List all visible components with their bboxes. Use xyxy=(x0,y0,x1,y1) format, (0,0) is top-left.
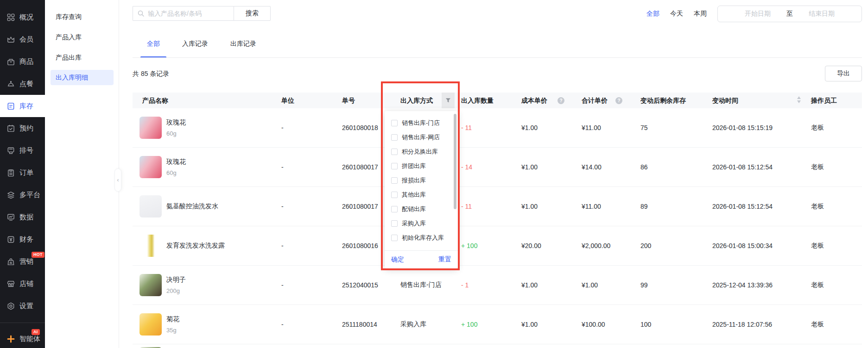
date-range-picker[interactable]: 开始日期 至 结束日期 xyxy=(717,6,862,22)
order-no-cell: 2601080017 xyxy=(342,203,378,210)
marketing-bag-icon xyxy=(6,257,15,266)
product-image xyxy=(139,274,162,296)
sidebar-item-label: 预约 xyxy=(19,124,33,133)
filter-option-1[interactable]: 销售出库-网店 xyxy=(385,130,458,144)
tab-1[interactable]: 入库记录 xyxy=(176,40,215,58)
time-cell: 2026-01-08 15:12:54 xyxy=(712,203,773,210)
checkbox[interactable] xyxy=(391,134,398,141)
filter-option-label: 销售出库-网店 xyxy=(402,133,440,142)
quick-filter-all[interactable]: 全部 xyxy=(646,10,659,18)
sidebar-item-0[interactable]: 概况 xyxy=(0,6,45,28)
sidebar-item-8[interactable]: 多平台 xyxy=(0,184,45,206)
sidebar-item-label: 财务 xyxy=(19,235,33,244)
filter-option-6[interactable]: 配销出库 xyxy=(385,202,458,216)
checkbox[interactable] xyxy=(391,120,398,126)
cost-cell: ¥1.00 xyxy=(521,163,538,171)
sidebar-item-1[interactable]: 会员 xyxy=(0,28,45,50)
dropdown-footer: 确定 重置 xyxy=(385,250,458,268)
product-name: 决明子 xyxy=(166,276,186,284)
filter-option-8[interactable]: 初始化库存入库 xyxy=(385,230,458,245)
hot-badge: HOT xyxy=(32,252,44,258)
filter-reset-button[interactable]: 重置 xyxy=(438,255,451,264)
sidebar-item-2[interactable]: 商品 xyxy=(0,50,45,73)
method-filter-button[interactable] xyxy=(442,93,455,108)
order-no-cell: 2512040015 xyxy=(342,281,378,289)
checkbox[interactable] xyxy=(391,149,398,155)
filter-confirm-button[interactable]: 确定 xyxy=(391,255,404,264)
finance-yuan-icon xyxy=(6,235,15,244)
submenu-item-1[interactable]: 产品入库 xyxy=(51,30,114,45)
submenu-item-2[interactable]: 产品出库 xyxy=(51,50,114,65)
checkbox[interactable] xyxy=(391,163,398,169)
filter-option-4[interactable]: 报损出库 xyxy=(385,173,458,187)
filter-option-list: 销售出库-门店销售出库-网店积分兑换出库拼团出库报损出库其他出库配销出库采购入库… xyxy=(385,116,458,245)
method-cell: 销售出库-门店 xyxy=(400,281,442,289)
search-button[interactable]: 搜索 xyxy=(234,6,271,21)
filter-option-7[interactable]: 采购入库 xyxy=(385,216,458,230)
remain-cell: 86 xyxy=(640,163,648,171)
remain-cell: 99 xyxy=(640,281,648,289)
sidebar-item-agent[interactable]: 智能体AI xyxy=(0,328,45,348)
filter-option-label: 拼团出库 xyxy=(402,162,426,170)
product-name-cell: 玫瑰花60g xyxy=(166,118,186,137)
table-row: 玫瑰花60g-2601080017- 14¥1.00¥14.00862026-0… xyxy=(133,148,862,187)
product-name: 发育发洗发水洗发露 xyxy=(166,242,225,250)
filter-option-0[interactable]: 销售出库-门店 xyxy=(385,116,458,130)
operator-cell: 老板 xyxy=(811,281,824,289)
filter-option-3[interactable]: 拼团出库 xyxy=(385,159,458,173)
checkbox[interactable] xyxy=(391,206,398,212)
sidebar-item-3[interactable]: 点餐 xyxy=(0,73,45,95)
sidebar-item-10[interactable]: 财务 xyxy=(0,228,45,250)
sidebar-item-label: 店铺 xyxy=(19,280,33,288)
column-header-5: 成本单价 xyxy=(521,93,547,108)
unit-cell: - xyxy=(281,242,284,249)
quick-filter-today[interactable]: 今天 xyxy=(670,10,683,18)
search-input[interactable] xyxy=(133,6,234,21)
sidebar-item-12[interactable]: 店铺 xyxy=(0,273,45,295)
total-cell: ¥1.00 xyxy=(582,281,598,289)
cost-cell: ¥20.00 xyxy=(521,242,541,249)
filter-option-5[interactable]: 其他出库 xyxy=(385,187,458,202)
sidebar-item-13[interactable]: 设置 xyxy=(0,295,45,317)
remain-cell: 100 xyxy=(640,321,651,328)
total-help-icon[interactable]: ? xyxy=(615,97,622,104)
checkbox[interactable] xyxy=(391,192,398,198)
total-cell: ¥2,000.00 xyxy=(582,242,610,249)
cost-cell: ¥1.00 xyxy=(521,281,538,289)
quantity-cell: + 100 xyxy=(461,242,477,249)
unit-cell: - xyxy=(281,163,284,171)
sidebar-item-7[interactable]: 订单 xyxy=(0,162,45,184)
checkbox[interactable] xyxy=(391,177,398,184)
column-header-3: 出入库方式 xyxy=(400,93,433,108)
cost-help-icon[interactable]: ? xyxy=(558,97,564,104)
tab-0[interactable]: 全部 xyxy=(140,40,166,58)
sidebar-collapse-handle[interactable]: ‹ xyxy=(114,168,121,192)
sidebar-item-5[interactable]: 预约 xyxy=(0,117,45,139)
filter-option-label: 销售出库-门店 xyxy=(402,119,440,127)
storefront-icon xyxy=(6,280,15,288)
filter-option-2[interactable]: 积分兑换出库 xyxy=(385,144,458,159)
dropdown-scrollbar[interactable] xyxy=(454,114,456,209)
product-spec: 60g xyxy=(166,130,186,137)
time-sort-control[interactable] xyxy=(797,96,801,103)
clipboard-icon xyxy=(6,168,15,177)
export-button[interactable]: 导出 xyxy=(825,66,862,81)
column-header-8: 变动时间 xyxy=(712,93,738,108)
tab-2[interactable]: 出库记录 xyxy=(224,40,263,58)
submenu-item-3[interactable]: 出入库明细 xyxy=(51,70,114,85)
cost-cell: ¥1.00 xyxy=(521,124,538,131)
submenu-item-0[interactable]: 库存查询 xyxy=(51,9,114,25)
quick-filter-week[interactable]: 本周 xyxy=(694,10,707,18)
column-header-6: 合计单价 xyxy=(582,93,608,108)
checkbox[interactable] xyxy=(391,220,398,227)
total-cell: ¥11.00 xyxy=(582,203,601,210)
sidebar-item-9[interactable]: 数据 xyxy=(0,206,45,228)
product-spec: 35g xyxy=(166,327,179,334)
sidebar-item-6[interactable]: 排号 xyxy=(0,139,45,162)
product-name-cell: 玫瑰花60g xyxy=(166,158,186,176)
sidebar-item-4[interactable]: 库存 xyxy=(0,95,45,117)
quantity-cell: - 14 xyxy=(461,163,472,171)
checkbox[interactable] xyxy=(391,235,398,241)
sidebar-item-11[interactable]: 营销HOT xyxy=(0,250,45,273)
table-row: 菊花35g-2511180014采购入库+ 100¥1.00¥100.00100… xyxy=(133,305,862,344)
